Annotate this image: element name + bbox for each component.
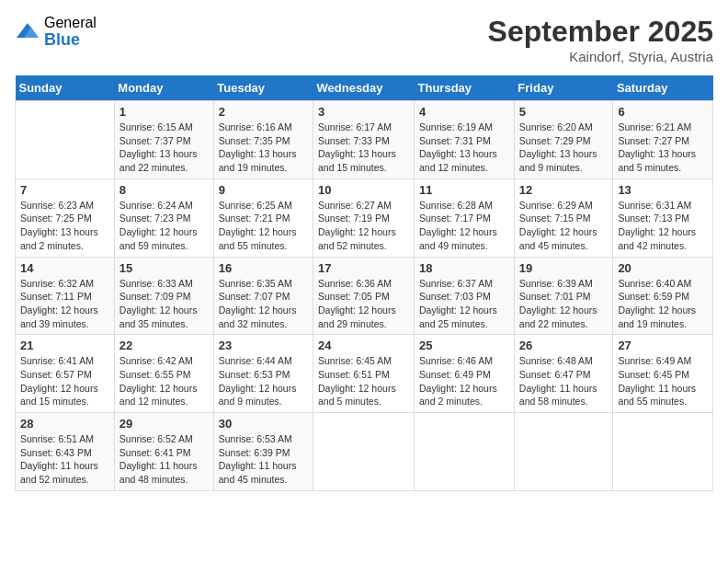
calendar-table: SundayMondayTuesdayWednesdayThursdayFrid… [15,75,713,491]
calendar-cell: 8Sunrise: 6:24 AM Sunset: 7:23 PM Daylig… [114,178,213,257]
header-friday: Friday [514,75,613,101]
month-title: September 2025 [488,15,713,49]
calendar-cell: 12Sunrise: 6:29 AM Sunset: 7:15 PM Dayli… [514,178,613,257]
calendar-cell: 17Sunrise: 6:36 AM Sunset: 7:05 PM Dayli… [313,257,415,335]
day-number: 25 [419,339,509,352]
day-number: 17 [318,261,409,275]
day-detail: Sunrise: 6:20 AM Sunset: 7:29 PM Dayligh… [519,121,609,175]
day-number: 6 [618,105,708,119]
day-detail: Sunrise: 6:16 AM Sunset: 7:35 PM Dayligh… [219,121,308,175]
day-number: 15 [119,261,209,275]
day-number: 14 [20,261,109,275]
day-number: 28 [20,417,109,431]
day-detail: Sunrise: 6:28 AM Sunset: 7:17 PM Dayligh… [419,199,509,253]
day-detail: Sunrise: 6:40 AM Sunset: 6:59 PM Dayligh… [618,277,708,331]
day-detail: Sunrise: 6:27 AM Sunset: 7:19 PM Dayligh… [318,199,409,253]
day-detail: Sunrise: 6:39 AM Sunset: 7:01 PM Dayligh… [519,277,609,331]
calendar-cell: 29Sunrise: 6:52 AM Sunset: 6:41 PM Dayli… [114,413,213,491]
header-sunday: Sunday [16,75,115,101]
day-detail: Sunrise: 6:37 AM Sunset: 7:03 PM Dayligh… [419,277,509,331]
calendar-week-row: 28Sunrise: 6:51 AM Sunset: 6:43 PM Dayli… [16,413,713,491]
day-number: 3 [318,105,409,119]
day-number: 13 [618,183,708,197]
logo-text: General Blue [44,15,97,49]
calendar-cell: 13Sunrise: 6:31 AM Sunset: 7:13 PM Dayli… [613,178,713,257]
day-number: 16 [219,261,308,275]
calendar-cell: 10Sunrise: 6:27 AM Sunset: 7:19 PM Dayli… [313,178,415,257]
calendar-cell: 1Sunrise: 6:15 AM Sunset: 7:37 PM Daylig… [114,101,213,179]
logo-icon [15,19,40,45]
calendar-cell: 18Sunrise: 6:37 AM Sunset: 7:03 PM Dayli… [415,257,515,335]
day-number: 26 [519,339,609,352]
day-detail: Sunrise: 6:23 AM Sunset: 7:25 PM Dayligh… [20,199,109,253]
day-number: 21 [20,339,109,352]
day-number: 9 [219,183,308,197]
day-number: 4 [419,105,509,119]
day-detail: Sunrise: 6:48 AM Sunset: 6:47 PM Dayligh… [519,354,609,408]
day-detail: Sunrise: 6:19 AM Sunset: 7:31 PM Dayligh… [419,121,509,175]
day-detail: Sunrise: 6:15 AM Sunset: 7:37 PM Dayligh… [119,121,209,175]
day-detail: Sunrise: 6:33 AM Sunset: 7:09 PM Dayligh… [119,277,209,331]
calendar-header-row: SundayMondayTuesdayWednesdayThursdayFrid… [16,75,713,101]
day-number: 23 [219,339,308,352]
day-number: 5 [519,105,609,119]
calendar-cell: 21Sunrise: 6:41 AM Sunset: 6:57 PM Dayli… [16,335,115,413]
day-number: 1 [119,105,209,119]
header-tuesday: Tuesday [213,75,313,101]
day-detail: Sunrise: 6:21 AM Sunset: 7:27 PM Dayligh… [618,121,708,175]
day-detail: Sunrise: 6:32 AM Sunset: 7:11 PM Dayligh… [20,277,109,331]
calendar-cell: 3Sunrise: 6:17 AM Sunset: 7:33 PM Daylig… [313,101,415,179]
calendar-cell: 6Sunrise: 6:21 AM Sunset: 7:27 PM Daylig… [613,101,713,179]
calendar-cell: 7Sunrise: 6:23 AM Sunset: 7:25 PM Daylig… [16,178,115,257]
calendar-cell [613,413,713,491]
day-number: 18 [419,261,509,275]
logo-blue: Blue [44,31,97,50]
day-detail: Sunrise: 6:45 AM Sunset: 6:51 PM Dayligh… [318,354,409,408]
calendar-cell: 9Sunrise: 6:25 AM Sunset: 7:21 PM Daylig… [213,178,313,257]
calendar-cell: 2Sunrise: 6:16 AM Sunset: 7:35 PM Daylig… [213,101,313,179]
day-number: 8 [119,183,209,197]
calendar-week-row: 21Sunrise: 6:41 AM Sunset: 6:57 PM Dayli… [16,335,713,413]
day-detail: Sunrise: 6:41 AM Sunset: 6:57 PM Dayligh… [20,354,109,408]
calendar-cell: 5Sunrise: 6:20 AM Sunset: 7:29 PM Daylig… [514,101,613,179]
logo: General Blue [15,15,97,49]
calendar-cell: 16Sunrise: 6:35 AM Sunset: 7:07 PM Dayli… [213,257,313,335]
calendar-cell: 22Sunrise: 6:42 AM Sunset: 6:55 PM Dayli… [114,335,213,413]
title-section: September 2025 Kaindorf, Styria, Austria [488,15,713,64]
location: Kaindorf, Styria, Austria [488,49,713,64]
calendar-week-row: 14Sunrise: 6:32 AM Sunset: 7:11 PM Dayli… [16,257,713,335]
calendar-cell [16,101,115,179]
calendar-cell: 27Sunrise: 6:49 AM Sunset: 6:45 PM Dayli… [613,335,713,413]
day-number: 7 [20,183,109,197]
day-number: 11 [419,183,509,197]
header-saturday: Saturday [613,75,713,101]
page-header: General Blue September 2025 Kaindorf, St… [15,15,713,64]
day-detail: Sunrise: 6:44 AM Sunset: 6:53 PM Dayligh… [219,354,308,408]
day-number: 30 [219,417,308,431]
day-number: 12 [519,183,609,197]
day-number: 24 [318,339,409,352]
calendar-cell: 26Sunrise: 6:48 AM Sunset: 6:47 PM Dayli… [514,335,613,413]
calendar-cell: 15Sunrise: 6:33 AM Sunset: 7:09 PM Dayli… [114,257,213,335]
calendar-cell: 20Sunrise: 6:40 AM Sunset: 6:59 PM Dayli… [613,257,713,335]
calendar-cell [313,413,415,491]
day-number: 22 [119,339,209,352]
day-detail: Sunrise: 6:52 AM Sunset: 6:41 PM Dayligh… [119,432,209,487]
header-thursday: Thursday [415,75,515,101]
calendar-cell: 19Sunrise: 6:39 AM Sunset: 7:01 PM Dayli… [514,257,613,335]
day-number: 2 [219,105,308,119]
day-detail: Sunrise: 6:25 AM Sunset: 7:21 PM Dayligh… [219,199,308,253]
day-detail: Sunrise: 6:31 AM Sunset: 7:13 PM Dayligh… [618,199,708,253]
day-detail: Sunrise: 6:36 AM Sunset: 7:05 PM Dayligh… [318,277,409,331]
header-monday: Monday [114,75,213,101]
day-detail: Sunrise: 6:29 AM Sunset: 7:15 PM Dayligh… [519,199,609,253]
day-number: 20 [618,261,708,275]
calendar-cell: 4Sunrise: 6:19 AM Sunset: 7:31 PM Daylig… [415,101,515,179]
calendar-week-row: 7Sunrise: 6:23 AM Sunset: 7:25 PM Daylig… [16,178,713,257]
header-wednesday: Wednesday [313,75,415,101]
calendar-cell: 23Sunrise: 6:44 AM Sunset: 6:53 PM Dayli… [213,335,313,413]
calendar-cell: 14Sunrise: 6:32 AM Sunset: 7:11 PM Dayli… [16,257,115,335]
day-number: 10 [318,183,409,197]
day-number: 19 [519,261,609,275]
day-detail: Sunrise: 6:35 AM Sunset: 7:07 PM Dayligh… [219,277,308,331]
